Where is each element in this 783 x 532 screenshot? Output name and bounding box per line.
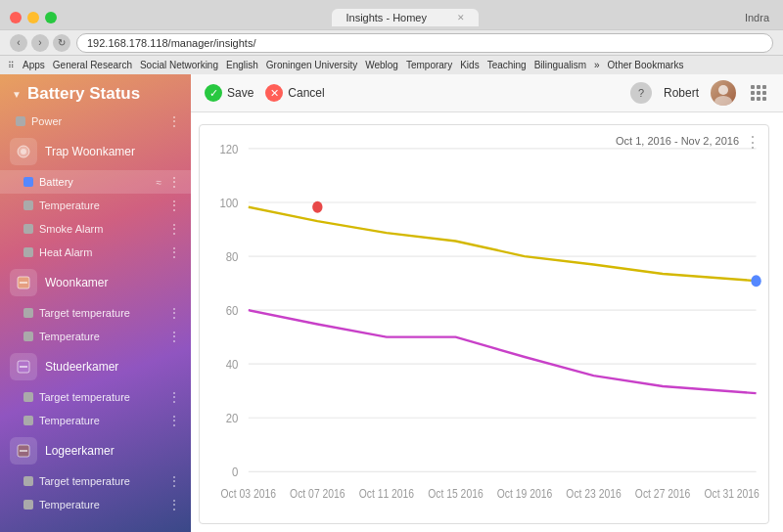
item-label-heat: Heat Alarm xyxy=(39,246,161,258)
sidebar-header: ▼ Battery Status xyxy=(0,74,191,110)
item-graph-battery: ≈ xyxy=(157,177,162,188)
device-icon-woonkamer xyxy=(10,269,37,296)
sidebar-item-heat[interactable]: Heat Alarm ⋮ xyxy=(0,241,191,264)
bookmark-temporary[interactable]: Temporary xyxy=(406,60,452,70)
item-color-battery xyxy=(23,177,33,187)
svg-text:0: 0 xyxy=(232,465,238,479)
grid-dot xyxy=(757,85,760,89)
item-more-temp1[interactable]: ⋮ xyxy=(167,198,181,213)
svg-text:Oct 27 2016: Oct 27 2016 xyxy=(635,487,690,500)
sidebar-item-temp-w[interactable]: Temperature ⋮ xyxy=(0,325,191,348)
avatar xyxy=(711,80,736,106)
device-name-trap: Trap Woonkamer xyxy=(45,145,135,158)
sidebar-item-temp-l[interactable]: Temperature ⋮ xyxy=(0,493,191,516)
device-woonkamer[interactable]: Woonkamer xyxy=(0,264,191,301)
section-woonkamer: Woonkamer Target temperature ⋮ Temperatu… xyxy=(0,264,191,348)
grid-dot xyxy=(757,97,760,101)
item-more-target-w[interactable]: ⋮ xyxy=(167,305,181,321)
item-more-target-s[interactable]: ⋮ xyxy=(167,389,181,405)
content-toolbar: ✓ Save ✕ Cancel ? Robert xyxy=(191,74,783,112)
close-button[interactable] xyxy=(10,12,22,23)
item-more-temp-l[interactable]: ⋮ xyxy=(167,497,181,512)
refresh-button[interactable]: ↻ xyxy=(53,34,70,52)
item-more-smoke[interactable]: ⋮ xyxy=(167,221,181,237)
item-more-target-l[interactable]: ⋮ xyxy=(167,473,181,489)
item-color-power xyxy=(16,116,25,126)
device-trap-woonkamer[interactable]: Trap Woonkamer xyxy=(0,133,191,170)
chart-dot-blue xyxy=(751,275,760,287)
svg-point-1 xyxy=(21,149,26,155)
bookmark-bilingualism[interactable]: Bilingualism xyxy=(534,60,586,70)
item-color-temp-l xyxy=(23,500,33,510)
cancel-x-icon: ✕ xyxy=(265,84,283,102)
item-more-temp-w[interactable]: ⋮ xyxy=(167,329,181,344)
sidebar-item-temp-s[interactable]: Temperature ⋮ xyxy=(0,409,191,432)
chart-date-range: Oct 1, 2016 - Nov 2, 2016 xyxy=(616,135,739,147)
sidebar-item-smoke[interactable]: Smoke Alarm ⋮ xyxy=(0,217,191,241)
address-bar[interactable]: 192.168.178.118/manager/insights/ xyxy=(76,33,773,53)
svg-text:Oct 03 2016: Oct 03 2016 xyxy=(221,487,276,500)
item-label-target-l: Target temperature xyxy=(39,475,161,487)
user-name-label: Robert xyxy=(664,86,699,100)
bookmark-english[interactable]: English xyxy=(226,60,258,70)
device-name-woonkamer: Woonkamer xyxy=(45,276,108,289)
sidebar-item-power[interactable]: Power ⋮ xyxy=(0,110,191,133)
forward-button[interactable]: › xyxy=(31,34,49,52)
svg-text:100: 100 xyxy=(219,196,238,210)
svg-text:40: 40 xyxy=(226,357,239,372)
content-area: ✓ Save ✕ Cancel ? Robert xyxy=(191,74,783,532)
sidebar: ▼ Battery Status Power ⋮ Tra xyxy=(0,74,191,532)
svg-text:Oct 19 2016: Oct 19 2016 xyxy=(497,487,552,500)
svg-text:120: 120 xyxy=(219,142,238,156)
browser-user-label: Indra xyxy=(745,12,773,23)
chart-svg: 120 100 80 60 40 20 0 Oct 03 2016 Oct 07… xyxy=(200,125,768,523)
sidebar-chevron[interactable]: ▼ xyxy=(12,89,22,100)
help-button[interactable]: ? xyxy=(630,82,652,104)
item-label-smoke: Smoke Alarm xyxy=(39,223,161,235)
back-button[interactable]: ‹ xyxy=(10,34,27,52)
maximize-button[interactable] xyxy=(45,12,57,23)
item-label-target-w: Target temperature xyxy=(39,307,161,319)
sidebar-item-battery[interactable]: Battery ≈ ⋮ xyxy=(0,170,191,194)
item-color-smoke xyxy=(23,224,33,234)
bookmark-kids[interactable]: Kids xyxy=(460,60,479,70)
svg-point-8 xyxy=(718,85,728,95)
item-more-power[interactable]: ⋮ xyxy=(167,113,181,129)
tab-close-icon[interactable]: ✕ xyxy=(457,13,465,22)
bookmark-groningen[interactable]: Groningen University xyxy=(266,60,357,70)
chart-line-purple xyxy=(249,310,757,393)
device-logeerkamer[interactable]: Logeerkamer xyxy=(0,432,191,469)
sidebar-item-target-temp-l[interactable]: Target temperature ⋮ xyxy=(0,469,191,493)
chart-section: Oct 1, 2016 - Nov 2, 2016 ⋮ 120 100 xyxy=(191,112,783,532)
item-color-temp1 xyxy=(23,200,33,210)
bookmark-social[interactable]: Social Networking xyxy=(140,60,218,70)
bookmark-teaching[interactable]: Teaching xyxy=(487,60,527,70)
device-studeerkamer[interactable]: Studeerkamer xyxy=(0,348,191,385)
app-container: Insights - Homey ✕ Indra ‹ › ↻ 192.168.1… xyxy=(0,0,783,532)
cancel-button[interactable]: ✕ Cancel xyxy=(265,84,324,102)
bookmark-weblog[interactable]: Weblog xyxy=(365,60,398,70)
item-more-temp-s[interactable]: ⋮ xyxy=(167,413,181,428)
bookmark-apps[interactable]: Apps xyxy=(23,60,45,70)
tab-title: Insights - Homey xyxy=(345,12,427,23)
item-more-heat[interactable]: ⋮ xyxy=(167,244,181,260)
chart-line-yellow xyxy=(249,207,757,281)
save-button[interactable]: ✓ Save xyxy=(205,84,253,102)
bookmark-general[interactable]: General Research xyxy=(53,60,132,70)
minimize-button[interactable] xyxy=(27,12,39,23)
sidebar-item-temperature1[interactable]: Temperature ⋮ xyxy=(0,194,191,217)
item-more-battery[interactable]: ⋮ xyxy=(167,174,181,190)
sidebar-item-target-temp-s[interactable]: Target temperature ⋮ xyxy=(0,385,191,409)
save-label: Save xyxy=(227,86,253,100)
section-studeerkamer: Studeerkamer Target temperature ⋮ Temper… xyxy=(0,348,191,432)
chart-more-icon[interactable]: ⋮ xyxy=(745,133,760,152)
svg-text:Oct 31 2016: Oct 31 2016 xyxy=(704,487,759,500)
item-label-target-s: Target temperature xyxy=(39,391,161,403)
sidebar-item-target-temp-w[interactable]: Target temperature ⋮ xyxy=(0,301,191,325)
cancel-label: Cancel xyxy=(288,86,324,100)
item-color-temp-w xyxy=(23,332,33,341)
apps-grid-icon[interactable] xyxy=(748,82,769,104)
device-icon-logeerkamer xyxy=(10,437,37,465)
url-text: 192.168.178.118/manager/insights/ xyxy=(87,37,255,49)
bookmark-other[interactable]: Other Bookmarks xyxy=(608,60,684,70)
